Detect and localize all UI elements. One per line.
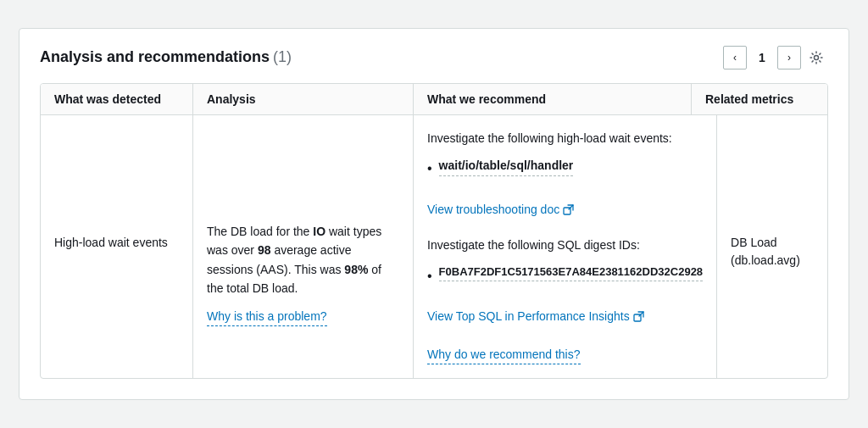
analysis-table: What was detected Analysis What we recom…: [40, 83, 828, 379]
header-detected: What was detected: [41, 84, 193, 114]
external-link-icon-2: [633, 311, 644, 322]
header-analysis: Analysis: [193, 84, 414, 114]
recommend-cell: Investigate the following high-load wait…: [414, 115, 717, 378]
pagination-next-button[interactable]: ›: [777, 46, 801, 69]
pagination-current-page: 1: [750, 46, 774, 69]
analysis-bold-io: IO: [313, 225, 326, 238]
recommend-intro: Investigate the following high-load wait…: [427, 129, 703, 147]
metrics-value: DB Load (db.load.avg): [731, 236, 800, 267]
troubleshoot-link-text: View troubleshooting doc: [427, 200, 559, 219]
troubleshoot-doc-link[interactable]: View troubleshooting doc: [427, 200, 574, 219]
bullet-item-sql: • F0BA7F2DF1C5171563E7A84E2381162DD32C29…: [427, 264, 703, 287]
top-sql-link[interactable]: View Top SQL in Performance Insights: [427, 307, 644, 325]
bullet-item-1: • wait/io/table/sql/handler: [427, 156, 703, 180]
header-recommend: What we recommend: [414, 84, 692, 114]
wait-event-link[interactable]: wait/io/table/sql/handler: [439, 156, 574, 175]
settings-button[interactable]: [804, 46, 828, 69]
svg-point-0: [815, 55, 819, 59]
card-title: Analysis and recommendations: [40, 48, 270, 65]
chevron-left-icon: ‹: [733, 52, 737, 64]
analysis-bold-98: 98: [258, 243, 271, 257]
analysis-bold-98pct: 98%: [344, 263, 368, 276]
external-link-icon: [563, 204, 574, 215]
top-sql-link-text: View Top SQL in Performance Insights: [427, 307, 630, 325]
analysis-card: Analysis and recommendations (1) ‹ 1 › W…: [19, 28, 849, 400]
bullet-dot-sql: •: [427, 265, 432, 287]
detected-cell: High-load wait events: [41, 115, 193, 378]
why-problem-link[interactable]: Why is this a problem?: [207, 308, 327, 326]
pagination-prev-button[interactable]: ‹: [723, 46, 747, 69]
why-recommend-link[interactable]: Why do we recommend this?: [427, 345, 581, 364]
gear-icon: [810, 51, 823, 64]
metrics-cell: DB Load (db.load.avg): [717, 115, 828, 378]
analysis-cell: The DB load for the IO wait types was ov…: [193, 115, 414, 378]
card-header: Analysis and recommendations (1) ‹ 1 ›: [40, 46, 828, 69]
sql-intro: Investigate the following SQL digest IDs…: [427, 236, 703, 254]
card-title-wrapper: Analysis and recommendations (1): [40, 48, 292, 66]
sql-digest-value[interactable]: F0BA7F2DF1C5171563E7A84E2381162DD32C2928: [439, 264, 703, 282]
detected-value: High-load wait events: [54, 236, 168, 249]
chevron-right-icon: ›: [787, 52, 791, 64]
analysis-text: The DB load for the IO wait types was ov…: [207, 222, 399, 298]
table-header: What was detected Analysis What we recom…: [41, 84, 827, 115]
pagination-controls: ‹ 1 ›: [723, 46, 828, 69]
table-row: High-load wait events The DB load for th…: [41, 115, 827, 378]
header-metrics: Related metrics: [692, 84, 827, 114]
card-count: (1): [273, 48, 292, 65]
bullet-dot-1: •: [427, 158, 432, 180]
